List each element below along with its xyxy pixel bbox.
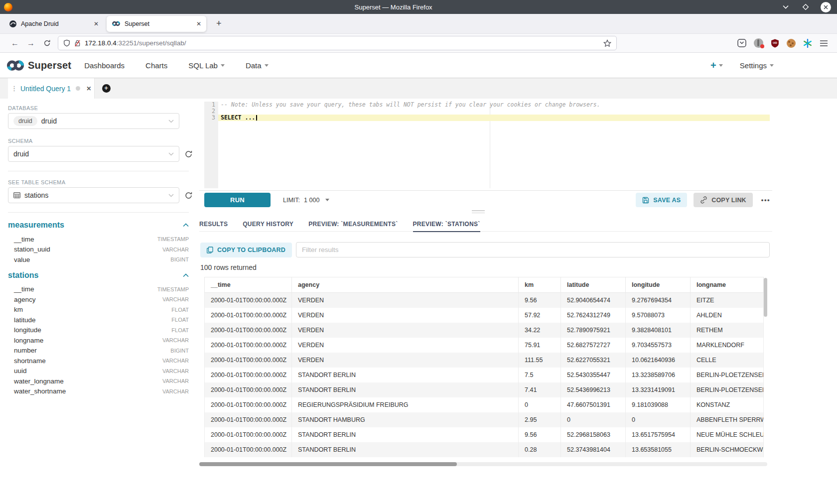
column-header[interactable]: agency <box>292 277 519 293</box>
results-tab[interactable]: PREVIEW: `MEASUREMENTS` <box>308 217 398 232</box>
results-tab[interactable]: PREVIEW: `STATIONS` <box>413 217 480 232</box>
run-button[interactable]: RUN <box>204 193 271 207</box>
browser-toolbar: ← → 172.18.0.4:32251/superset/sqllab/ UO <box>0 34 837 53</box>
results-tab[interactable]: QUERY HISTORY <box>243 217 293 232</box>
minimize-icon[interactable] <box>780 1 791 12</box>
query-tab-close-icon[interactable]: ✕ <box>86 85 91 92</box>
cell-time: 2000-01-01T00:00:00.000Z <box>205 323 292 338</box>
add-new-button[interactable]: + <box>710 60 723 71</box>
cell-latitude: 52.7890975921 <box>561 323 626 338</box>
extension-asterisk-icon[interactable] <box>803 39 812 48</box>
cell-longname: BERLIN-PLOETZENSEE OP <box>691 382 764 397</box>
column-row: __time TIMESTAMP <box>8 284 189 295</box>
table-row: 2000-01-01T00:00:00.000Z STANDORT BERLIN… <box>205 382 764 397</box>
table-value: stations <box>24 191 48 199</box>
schema-table-header[interactable]: measurements <box>8 221 189 230</box>
collapse-icon[interactable] <box>183 273 189 277</box>
horizontal-scrollbar-track[interactable] <box>199 462 767 466</box>
url-bar[interactable]: 172.18.0.4:32251/superset/sqllab/ <box>58 36 617 50</box>
lock-slash-icon[interactable] <box>74 39 81 47</box>
column-header[interactable]: longname <box>691 277 764 293</box>
cell-agency: STANDORT BERLIN <box>292 382 519 397</box>
limit-dropdown[interactable]: LIMIT: 1 000 <box>283 197 329 204</box>
panel-resize-handle[interactable] <box>472 210 485 215</box>
column-header[interactable]: latitude <box>561 277 626 293</box>
query-tab-strip: ⋮ Untitled Query 1 ✕ + <box>0 78 837 99</box>
reload-button[interactable] <box>39 39 55 47</box>
schema-select[interactable]: druid <box>8 146 179 162</box>
row-count-status: 100 rows returned <box>200 263 257 271</box>
table-select[interactable]: stations <box>8 187 179 203</box>
cell-longname: ABBENFLETH SPERRWERK <box>691 412 764 427</box>
tab-close-icon[interactable]: ✕ <box>196 20 201 27</box>
browser-tab-label: Superset <box>125 20 192 27</box>
add-query-tab-button[interactable]: + <box>95 78 118 99</box>
copy-link-button[interactable]: COPY LINK <box>694 193 753 207</box>
column-row: __time TIMESTAMP <box>8 234 189 245</box>
tab-close-icon[interactable]: ✕ <box>94 20 99 27</box>
shield-icon[interactable] <box>63 39 70 47</box>
database-select[interactable]: druid druid <box>8 113 179 129</box>
cell-time: 2000-01-01T00:00:00.000Z <box>205 427 292 442</box>
refresh-tables-icon[interactable] <box>184 191 193 200</box>
cell-agency: STANDORT BERLIN <box>292 442 519 457</box>
settings-label: Settings <box>740 61 767 70</box>
maximize-icon[interactable] <box>800 1 811 12</box>
pocket-icon[interactable] <box>737 39 746 47</box>
sql-editor[interactable]: 1 -- Note: Unless you save your query, t… <box>204 102 770 188</box>
new-tab-button[interactable]: + <box>212 18 226 29</box>
column-header[interactable]: km <box>519 277 561 293</box>
column-row: water_shortname VARCHAR <box>8 386 189 397</box>
nav-menu-item[interactable]: Data <box>246 61 269 70</box>
settings-menu[interactable]: Settings <box>740 61 774 70</box>
column-header[interactable]: __time <box>205 277 292 293</box>
query-tab[interactable]: ⋮ Untitled Query 1 ✕ <box>8 78 95 99</box>
back-button[interactable]: ← <box>7 39 23 48</box>
ublock-icon[interactable]: UO <box>771 39 779 48</box>
drag-handle-icon[interactable]: ⋮ <box>11 85 17 92</box>
cell-time: 2000-01-01T00:00:00.000Z <box>205 397 292 412</box>
column-list: __time TIMESTAMP agency VARCHAR km <box>8 284 189 397</box>
horizontal-scrollbar-thumb[interactable] <box>199 462 457 466</box>
sql-text: SELECT ... <box>221 114 255 121</box>
cell-longitude: 13.6517575954 <box>626 427 691 442</box>
line-number: 3 <box>204 115 218 121</box>
schema-table-header[interactable]: stations <box>8 271 189 280</box>
refresh-schema-icon[interactable] <box>184 150 193 158</box>
cell-time: 2000-01-01T00:00:00.000Z <box>205 442 292 457</box>
results-tab[interactable]: RESULTS <box>199 217 228 232</box>
collapse-icon[interactable] <box>183 223 189 227</box>
save-as-button[interactable]: SAVE AS <box>636 193 687 207</box>
svg-text:UO: UO <box>773 41 777 44</box>
browser-tab-superset[interactable]: Superset ✕ <box>107 16 206 32</box>
menu-icon[interactable] <box>820 40 828 47</box>
more-actions-button[interactable]: ••• <box>759 196 772 204</box>
close-icon[interactable] <box>820 1 831 12</box>
star-icon[interactable] <box>603 39 611 47</box>
firefox-logo-icon <box>4 3 12 11</box>
cell-longname: RETHEM <box>691 323 764 338</box>
results-tab-bar: RESULTS QUERY HISTORY PREVIEW: `MEASUREM… <box>199 217 772 232</box>
line-number: 2 <box>204 108 218 115</box>
forward-button[interactable]: → <box>23 39 39 48</box>
cell-km: 0.28 <box>519 442 561 457</box>
table-row: 2000-01-01T00:00:00.000Z REGIERUNGSPRÄSI… <box>205 397 764 412</box>
nav-menu-item[interactable]: SQL Lab <box>188 61 225 70</box>
cell-longitude: 10.0621640936 <box>626 353 691 368</box>
nav-menu-item[interactable]: Charts <box>145 61 167 70</box>
nav-item-label: Charts <box>145 61 167 70</box>
database-value: druid <box>41 117 57 125</box>
filter-results-input[interactable] <box>296 242 770 257</box>
column-header[interactable]: longitude <box>626 277 691 293</box>
url-text: 172.18.0.4:32251/superset/sqllab/ <box>85 39 599 47</box>
column-type: TIMESTAMP <box>157 236 189 242</box>
browser-tab-druid[interactable]: Apache Druid ✕ <box>4 16 104 32</box>
cell-agency: REGIERUNGSPRÄSIDIUM FREIBURG <box>292 397 519 412</box>
vertical-scrollbar[interactable] <box>764 278 767 317</box>
schema-accordion: measurements __time TIMESTAMP <box>8 221 189 396</box>
nav-menu-item[interactable]: Dashboards <box>84 61 125 70</box>
copy-to-clipboard-button[interactable]: COPY TO CLIPBOARD <box>200 243 292 257</box>
cookie-icon[interactable] <box>787 39 796 48</box>
privacy-badger-icon[interactable] <box>754 38 763 48</box>
superset-brand[interactable]: Superset <box>6 60 71 71</box>
